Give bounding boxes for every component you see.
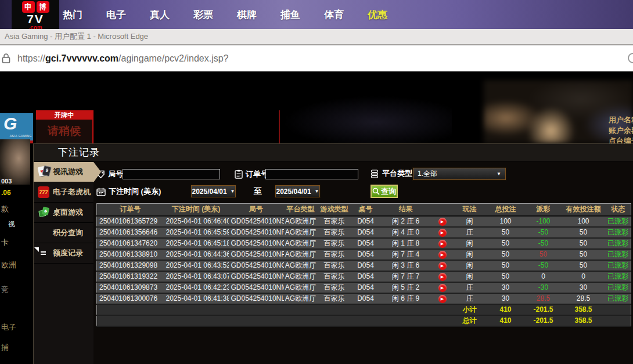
browser-action-icon[interactable] [628, 53, 633, 63]
platform-type-select[interactable]: 1.全部 ▼ [413, 168, 506, 180]
sidebar-item-live-games[interactable]: 视讯游戏 [34, 162, 93, 182]
cell-time: 2025-04-01 06:45:18 [164, 238, 229, 249]
cell-play-video: ▶ [431, 216, 454, 227]
cell-payout: -50 [526, 227, 562, 238]
subtotal-row: 小计 410 -201.5 358.5 [97, 304, 631, 315]
window-title-bar[interactable]: Asia Gaming - 用户配置 1 - Microsoft Edge [0, 29, 633, 45]
search-icon [372, 188, 380, 195]
play-video-icon[interactable]: ▶ [438, 295, 447, 303]
chevron-down-icon: ▼ [231, 189, 235, 194]
play-video-icon[interactable]: ▶ [438, 284, 447, 292]
cell-round: GD054254010NP [229, 249, 284, 260]
nav-item-boardgames[interactable]: 棋牌 [236, 8, 258, 21]
date-from-value: 2025/04/01 [192, 188, 227, 196]
col-total-bet: 总投注 [486, 204, 526, 216]
browser-address-bar[interactable]: https://gci.7vvvvvv.com/agingame/pcv2/in… [0, 45, 633, 71]
cell-status: 已派彩 [606, 249, 631, 260]
slot-777-icon: 777 [38, 186, 49, 198]
cell-status: 已派彩 [606, 271, 631, 282]
cell-game-type: 百家乐 [318, 227, 351, 238]
clipboard-icon [235, 170, 243, 179]
cell-platform: AG欧洲厅 [284, 271, 318, 282]
sidebar-item-slots[interactable]: 777 电子老虎机 [34, 182, 93, 203]
cell-time: 2025-04-01 06:41:38 [164, 293, 229, 304]
sidebar-item-table-games[interactable]: 桌面游戏 [34, 203, 93, 223]
play-video-icon[interactable]: ▶ [438, 251, 447, 259]
nav-item-fishing[interactable]: 捕鱼 [279, 8, 301, 21]
cell-game-type: 百家乐 [318, 282, 351, 293]
search-button[interactable]: 查询 [371, 185, 398, 198]
cell-total-bet: 50 [486, 260, 526, 271]
round-number-input[interactable] [123, 169, 220, 179]
order-number-input[interactable] [265, 169, 358, 179]
date-from-select[interactable]: 2025/04/01 ▼ [191, 185, 236, 197]
cell-play: 闲 [454, 249, 486, 260]
cell-time: 2025-04-01 06:42:23 [164, 282, 229, 293]
cell-order: 250401061309873 [97, 282, 164, 293]
frag-deposit: 款 [1, 204, 9, 214]
nav-item-sports[interactable]: 体育 [323, 8, 345, 21]
cell-result: 闲 3 庄 6 [380, 260, 431, 271]
cell-valid-bet: 28.5 [562, 293, 606, 304]
col-time: 下注时间 (美东) [164, 204, 229, 216]
cell-table-no: D054 [351, 227, 380, 238]
play-video-icon[interactable]: ▶ [438, 240, 447, 248]
cell-table-no: D054 [351, 282, 380, 293]
cell-valid-bet: 50 [562, 227, 606, 238]
cell-total-bet: 50 [486, 227, 526, 238]
sidebar-item-label: 桌面游戏 [53, 207, 83, 218]
cell-play-video: ▶ [431, 238, 454, 249]
cell-time: 2025-04-01 06:45:59 [164, 227, 229, 238]
cell-total-bet: 50 [486, 271, 526, 282]
nav-item-slots[interactable]: 电子 [105, 8, 127, 21]
cell-time: 2025-04-01 06:44:36 [164, 249, 229, 260]
cell-round: GD054254010NR [229, 227, 284, 238]
play-video-icon[interactable]: ▶ [438, 273, 447, 281]
sidebar-item-quota-records[interactable]: 额度记录 [34, 243, 93, 264]
cell-platform: AG欧洲厅 [284, 227, 318, 238]
date-to-select[interactable]: 2025/04/01 ▼ [275, 185, 320, 197]
cell-play: 闲 [454, 216, 486, 227]
cell-status: 已派彩 [606, 282, 631, 293]
cell-round: GD054254010NO [229, 260, 284, 271]
cell-payout: -30 [526, 282, 562, 293]
cell-order: 250401061338910 [97, 249, 164, 260]
cell-result: 闲 6 庄 9 [380, 293, 431, 304]
top-nav-bar: 申 博 7V .com 热门 电子 真人 彩票 棋牌 捕鱼 体育 优惠 [0, 0, 633, 29]
nav-item-lottery[interactable]: 彩票 [192, 8, 214, 21]
subtotal-payout: -201.5 [526, 304, 562, 315]
url-path: /agingame/pcv2/index.jsp? [118, 53, 228, 63]
platform-type-label: 平台类型 [371, 168, 412, 179]
cell-result: 闲 2 庄 6 [380, 216, 431, 227]
nav-item-promos[interactable]: 优惠 [366, 8, 389, 21]
cell-result: 闲 7 庄 4 [380, 249, 431, 260]
cell-time: 2025-04-01 06:43:52 [164, 260, 229, 271]
total-valid-bet: 358.5 [562, 315, 606, 326]
cell-total-bet: 50 [486, 238, 526, 249]
cell-valid-bet: 30 [562, 282, 606, 293]
cell-order: 250401061365729 [97, 216, 164, 227]
cell-total-bet: 30 [486, 282, 526, 293]
frag-dianzi: 电子 [1, 322, 16, 333]
site-logo[interactable]: 申 博 7V .com [12, 0, 59, 30]
nav-item-live[interactable]: 真人 [149, 8, 171, 21]
cell-order: 250401061347620 [97, 238, 164, 249]
url-text[interactable]: https://gci.7vvvvvv.com/agingame/pcv2/in… [17, 45, 229, 71]
nav-item-hot[interactable]: 热门 [62, 8, 84, 21]
play-video-icon[interactable]: ▶ [438, 218, 447, 226]
subtotal-valid-bet: 358.5 [562, 304, 606, 315]
cell-time: 2025-04-01 06:46:40 [164, 216, 229, 227]
logo-brand-text: 7V [27, 13, 44, 26]
lock-icon [2, 53, 10, 64]
table-row: 2504010613098732025-04-01 06:42:23GD0542… [97, 282, 631, 293]
play-video-icon[interactable]: ▶ [438, 229, 447, 237]
cell-platform: AG欧洲厅 [284, 249, 318, 260]
cell-game-type: 百家乐 [318, 271, 351, 282]
sidebar-item-points-query[interactable]: 积分查询 [34, 223, 93, 243]
platform-list-icon [371, 170, 379, 178]
cell-platform: AG欧洲厅 [284, 238, 318, 249]
table-row: 2504010613389102025-04-01 06:44:36GD0542… [97, 249, 631, 260]
url-host: gci.7vvvvvv.com [45, 53, 118, 63]
col-play: 玩法 [454, 204, 486, 216]
play-video-icon[interactable]: ▶ [438, 262, 447, 270]
